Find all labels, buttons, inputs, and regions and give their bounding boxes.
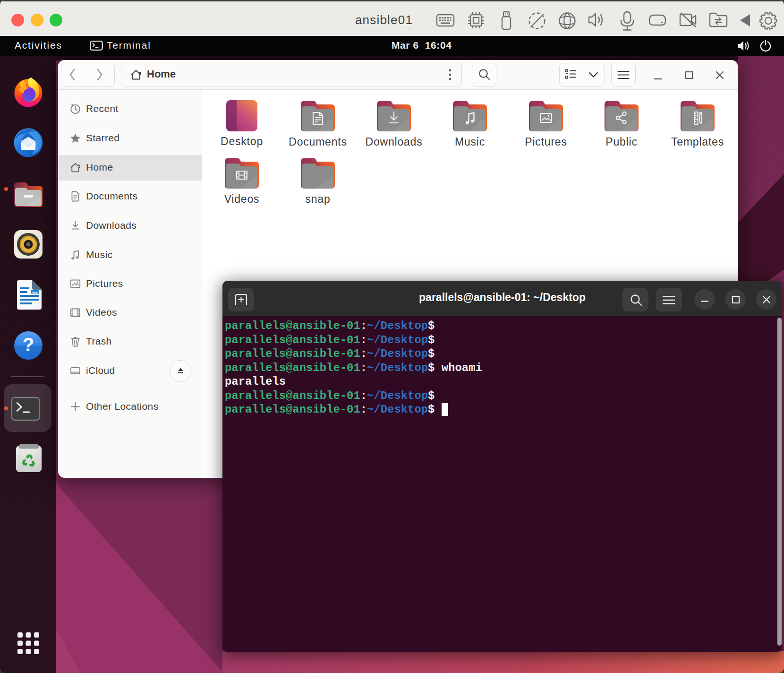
svg-text:?: ? bbox=[23, 334, 34, 355]
